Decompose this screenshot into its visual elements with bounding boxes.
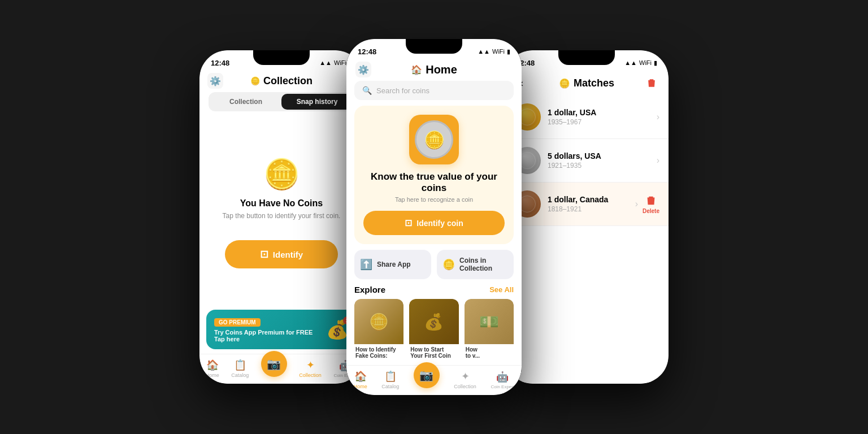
match-item-3[interactable]: 1 dollar, Canada 1818–1921 › Delete [505,183,669,226]
nav-camera-center[interactable]: 📷 [414,362,440,388]
search-placeholder: Search for coins [376,86,429,95]
home-title: 🏠 Home [411,63,457,76]
share-app-button[interactable]: ⬆️ Share App [354,250,431,279]
bottom-nav-left: 🏠 Home 📋 Catalog 📷 ✦ Collection 🤖 Coin E… [199,354,363,384]
status-icons-right: ▲▲ WiFi ▮ [624,59,657,67]
explore-header: Explore See All [354,285,514,294]
empty-title: You Have No Coins [240,198,323,209]
coins-illustration: 🪙 [263,157,300,192]
search-icon: 🔍 [362,86,372,95]
explore-card-label-1: How to IdentifyFake Coins: [354,344,403,361]
empty-subtitle: Tap the button to identify your first co… [223,212,341,220]
identify-coin-button[interactable]: ⊡ Identify coin [363,211,505,235]
nav-catalog-left[interactable]: 📋 Catalog [231,359,249,378]
identify-button[interactable]: ⊡ Identify [225,240,338,268]
search-bar[interactable]: 🔍 Search for coins [354,81,514,100]
match-info-1: 1 dollar, USA 1935–1967 [548,108,657,126]
explore-card-img-2: 💰 [409,299,458,344]
nav-collection-left[interactable]: ✦ Collection [299,359,322,378]
status-time-left: 12:48 [211,59,229,67]
coin-scan-box: 🪙 [409,115,459,164]
nav-home-left[interactable]: 🏠 Home [206,359,219,378]
nav-home-center[interactable]: 🏠 Home [354,370,367,389]
match-name-2: 5 dollars, USA [548,151,657,160]
match-year-3: 1818–1921 [548,205,635,213]
status-time-center: 12:48 [358,47,376,56]
empty-state: 🪙 You Have No Coins Tap the button to id… [199,116,363,310]
chevron-icon-1: › [657,112,659,122]
explore-section: Explore See All 🪙 How to IdentifyFake Co… [346,285,522,365]
explore-card-2[interactable]: 💰 How to StartYour First Coin [409,299,458,361]
match-info-2: 5 dollars, USA 1921–1935 [548,151,657,170]
coin-image: 🪙 [415,120,453,159]
collection-title: 🪙 Collection [250,75,313,87]
settings-icon-center[interactable]: ⚙️ [355,62,371,77]
chevron-icon-2: › [657,155,659,166]
explore-cards: 🪙 How to IdentifyFake Coins: 💰 How to St… [354,299,514,361]
nav-catalog-center[interactable]: 📋 Catalog [381,370,399,389]
hero-card: 🪙 Know the true value of your coins Tap … [354,106,514,244]
match-info-3: 1 dollar, Canada 1818–1921 [548,195,635,213]
explore-card-img-3: 💵 [465,299,514,344]
notch-center [406,39,462,54]
left-phone: 12:48 ▲▲ WiFi ▮ ⚙️ 🪙 Collection [199,50,363,384]
matches-header: ‹ 🪙 Matches [505,71,669,96]
collection-icon: 🪙 [442,258,455,271]
tab-snap-history[interactable]: Snap history [281,94,353,110]
scene: 12:48 ▲▲ WiFi ▮ ⚙️ 🪙 Collection [0,0,868,434]
settings-icon-left[interactable]: ⚙️ [207,73,223,89]
share-icon: ⬆️ [360,258,372,271]
see-all-button[interactable]: See All [489,285,514,294]
bottom-nav-center: 🏠 Home 📋 Catalog 📷 ✦ Collection 🤖 Coin E… [346,365,522,395]
right-phone: 12:48 ▲▲ WiFi ▮ ‹ 🪙 Matches [505,50,669,384]
nav-camera-left[interactable]: 📷 [261,351,287,377]
share-app-label: Share App [377,261,411,268]
match-name-3: 1 dollar, Canada [548,195,635,204]
matches-title: 🪙 Matches [559,77,614,89]
notch-right [558,50,615,65]
tab-collection[interactable]: Collection [210,94,281,110]
premium-icon: 💰 1 [326,319,349,340]
explore-card-3[interactable]: 💵 Howto v... [465,299,514,361]
status-icons-center: ▲▲ WiFi ▮ [478,48,510,55]
match-name-1: 1 dollar, USA [548,108,657,117]
explore-card-label-3: Howto v... [465,344,514,361]
delete-all-button[interactable] [644,75,659,91]
hero-title: Know the true value of your coins [363,171,505,194]
premium-text: GO PREMIUM Try Coins App Premium for FRE… [214,316,313,342]
explore-title: Explore [354,285,385,294]
premium-banner[interactable]: GO PREMIUM Try Coins App Premium for FRE… [206,310,357,349]
match-item-1[interactable]: 1 dollar, USA 1935–1967 › [505,96,669,139]
notch [253,50,310,65]
chevron-icon-3: › [635,199,638,209]
match-year-1: 1935–1967 [548,118,657,126]
match-year-2: 1921–1935 [548,162,657,170]
nav-collection-center[interactable]: ✦ Collection [454,370,476,389]
explore-card-img-1: 🪙 [354,299,403,344]
quick-actions: ⬆️ Share App 🪙 Coins inCollection [354,250,514,279]
hero-subtitle: Tap here to recognize a coin [363,196,505,203]
premium-desc: Try Coins App Premium for FREETap here [214,329,313,342]
premium-label: GO PREMIUM [214,318,261,327]
center-phone: 12:48 ▲▲ WiFi ▮ ⚙️ 🏠 Home [346,39,522,395]
match-item-2[interactable]: 5 dollars, USA 1921–1935 › [505,139,669,183]
tab-bar-left: Collection Snap history [209,92,354,111]
coins-collection-button[interactable]: 🪙 Coins inCollection [437,250,514,279]
coins-collection-label: Coins inCollection [459,257,492,272]
explore-card-1[interactable]: 🪙 How to IdentifyFake Coins: [354,299,403,361]
delete-button-3[interactable]: Delete [643,194,659,214]
match-list: 1 dollar, USA 1935–1967 › 5 dollars, USA… [505,96,669,384]
explore-card-label-2: How to StartYour First Coin [409,344,458,361]
nav-ai-center[interactable]: 🤖 Coin Expert [491,371,514,389]
